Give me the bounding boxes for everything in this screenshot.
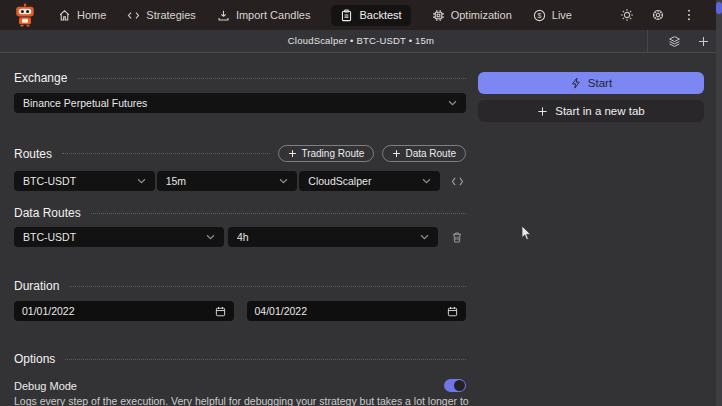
- calendar-icon[interactable]: [447, 306, 458, 317]
- top-navbar: Home Strategies Import Candles: [0, 0, 722, 30]
- nav-item-strategies[interactable]: Strategies: [127, 9, 196, 22]
- section-title: Duration: [14, 279, 59, 293]
- data-routes-section-heading: Data Routes: [14, 206, 466, 220]
- robot-logo-icon: [13, 3, 37, 27]
- section-title: Routes: [14, 147, 52, 161]
- route-timeframe-value: 15m: [166, 175, 274, 187]
- nav-item-home[interactable]: Home: [58, 9, 106, 22]
- end-date-value: 04/01/2022: [255, 305, 448, 317]
- start-button[interactable]: Start: [478, 72, 704, 94]
- nav-item-live[interactable]: $ Live: [533, 9, 572, 22]
- route-strategy-value: CloudScalper: [308, 175, 416, 187]
- start-new-tab-label: Start in a new tab: [555, 105, 645, 117]
- chevron-down-icon: [448, 100, 457, 106]
- chevron-down-icon: [420, 234, 429, 240]
- data-route-timeframe-select[interactable]: 4h: [228, 227, 438, 247]
- home-icon: [58, 9, 71, 22]
- data-route-row: BTC-USDT 4h: [14, 227, 466, 247]
- dotted-divider: [62, 153, 270, 154]
- nav-item-backtest[interactable]: Backtest: [331, 5, 410, 26]
- session-tabbar: CloudScalper • BTC-USDT • 15m: [0, 30, 722, 53]
- route-symbol-value: BTC-USDT: [23, 175, 131, 187]
- active-session-title[interactable]: CloudScalper • BTC-USDT • 15m: [0, 30, 722, 52]
- route-symbol-select[interactable]: BTC-USDT: [14, 171, 155, 191]
- nav-item-import-candles[interactable]: Import Candles: [217, 9, 311, 22]
- data-route-symbol-select[interactable]: BTC-USDT: [14, 227, 224, 247]
- section-title: Exchange: [14, 71, 67, 85]
- start-new-tab-button[interactable]: Start in a new tab: [478, 100, 704, 122]
- debug-mode-label: Debug Mode: [14, 380, 77, 392]
- chevron-down-icon: [279, 178, 288, 184]
- download-icon: [217, 9, 230, 22]
- dotted-divider: [77, 78, 466, 79]
- kebab-menu-icon[interactable]: [682, 8, 696, 22]
- toggle-knob: [454, 380, 465, 391]
- add-trading-route-button[interactable]: Trading Route: [278, 145, 374, 162]
- tabbar-actions: [647, 30, 710, 52]
- end-date-input[interactable]: 04/01/2022: [247, 301, 467, 321]
- app-logo[interactable]: [12, 2, 38, 28]
- delete-data-route-button[interactable]: [448, 231, 466, 244]
- plus-icon: [392, 149, 401, 158]
- currency-dollar-icon: $: [533, 9, 546, 22]
- trash-icon: [451, 231, 463, 244]
- code-icon: [451, 176, 464, 187]
- section-title: Options: [14, 352, 55, 366]
- bolt-icon: [570, 77, 582, 89]
- clipboard-icon: [340, 9, 353, 22]
- svg-text:$: $: [537, 11, 541, 18]
- exchange-section-heading: Exchange: [14, 71, 466, 85]
- button-label: Data Route: [405, 148, 456, 159]
- backtest-page: Home Strategies Import Candles: [0, 0, 722, 406]
- button-label: Trading Route: [301, 148, 364, 159]
- nav-right-actions: [620, 8, 696, 22]
- code-icon: [127, 9, 140, 22]
- debug-mode-toggle[interactable]: [444, 379, 466, 392]
- calendar-icon[interactable]: [215, 306, 226, 317]
- duration-row: 01/01/2022 04/01/2022: [14, 301, 466, 321]
- new-tab-plus-icon[interactable]: [697, 35, 710, 48]
- nav-label: Import Candles: [236, 9, 311, 21]
- chevron-down-icon: [137, 178, 146, 184]
- start-date-input[interactable]: 01/01/2022: [14, 301, 234, 321]
- dotted-divider: [91, 213, 466, 214]
- start-date-value: 01/01/2022: [22, 305, 215, 317]
- dotted-divider: [69, 286, 466, 287]
- chevron-down-icon: [206, 234, 215, 240]
- theme-sun-icon[interactable]: [620, 8, 634, 22]
- start-button-label: Start: [588, 77, 612, 89]
- sessions-stack-icon[interactable]: [668, 35, 681, 48]
- exchange-select-value: Binance Perpetual Futures: [23, 97, 442, 109]
- dotted-divider: [65, 359, 466, 360]
- trading-route-row: BTC-USDT 15m CloudScalper: [14, 171, 466, 191]
- debug-mode-description: Logs every step of the execution. Very h…: [14, 395, 474, 406]
- nav-label: Home: [77, 9, 106, 21]
- nav-label: Optimization: [451, 9, 512, 21]
- mouse-cursor: [521, 226, 532, 245]
- route-timeframe-select[interactable]: 15m: [157, 171, 298, 191]
- nav-item-optimization[interactable]: Optimization: [432, 9, 512, 22]
- exchange-row: Binance Perpetual Futures: [14, 93, 466, 113]
- plus-icon: [537, 106, 548, 117]
- route-strategy-select[interactable]: CloudScalper: [299, 171, 440, 191]
- duration-section-heading: Duration: [14, 279, 466, 293]
- nav-menu: Home Strategies Import Candles: [58, 5, 620, 26]
- settings-gear-icon[interactable]: [651, 8, 665, 22]
- data-route-timeframe-value: 4h: [237, 231, 414, 243]
- view-strategy-code-button[interactable]: [448, 176, 466, 187]
- cpu-chip-icon: [432, 9, 445, 22]
- data-route-symbol-value: BTC-USDT: [23, 231, 200, 243]
- routes-section-heading: Routes Trading Route Data Route: [14, 145, 466, 162]
- chevron-down-icon: [422, 178, 431, 184]
- scrollbar-thumb[interactable]: [716, 2, 722, 14]
- nav-label: Strategies: [146, 9, 196, 21]
- exchange-select[interactable]: Binance Perpetual Futures: [14, 93, 466, 113]
- add-data-route-button[interactable]: Data Route: [382, 145, 466, 162]
- options-section-heading: Options: [14, 352, 466, 366]
- nav-label: Backtest: [359, 9, 401, 21]
- page-scrollbar[interactable]: [716, 0, 722, 406]
- debug-mode-row: Debug Mode: [14, 379, 466, 392]
- plus-icon: [288, 149, 297, 158]
- nav-label: Live: [552, 9, 572, 21]
- section-title: Data Routes: [14, 206, 81, 220]
